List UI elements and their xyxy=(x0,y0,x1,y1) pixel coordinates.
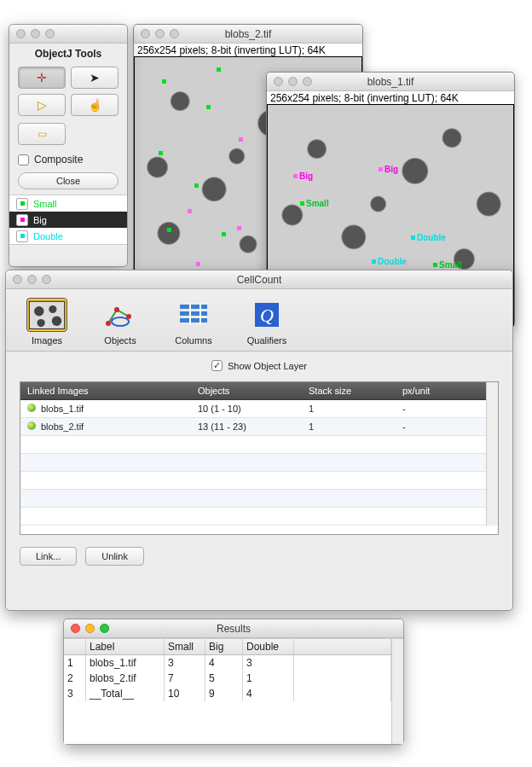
show-object-layer-checkbox[interactable] xyxy=(211,360,223,371)
tab-columns[interactable]: Columns xyxy=(166,298,221,346)
cell-label: blobs_2.tif xyxy=(86,671,165,686)
results-table[interactable]: Label Small Big Double 1blobs_1.tif3432b… xyxy=(64,638,403,744)
object-marker-big[interactable] xyxy=(237,226,241,230)
zoom-icon[interactable] xyxy=(100,624,109,633)
zoom-icon[interactable] xyxy=(170,29,179,38)
tab-images[interactable]: Images xyxy=(20,298,74,346)
marker-dot-icon xyxy=(206,105,211,109)
table-row[interactable]: blobs_2.tif13 (11 - 23)1- xyxy=(20,418,486,436)
svg-rect-11 xyxy=(180,318,207,322)
hand-tool-button[interactable]: ☝ xyxy=(71,94,119,116)
col-double[interactable]: Double xyxy=(243,639,294,654)
link-button[interactable]: Link... xyxy=(20,547,77,566)
table-row[interactable] xyxy=(20,436,486,454)
selection-tool-button[interactable]: ▭ xyxy=(18,123,66,145)
tab-label: Columns xyxy=(175,335,211,346)
category-list[interactable]: SmallBigDouble xyxy=(9,195,127,245)
col-label[interactable]: Label xyxy=(86,639,165,654)
object-marker-double[interactable]: Double xyxy=(411,233,446,242)
table-row[interactable] xyxy=(20,454,486,472)
table-row[interactable] xyxy=(20,508,486,526)
composite-checkbox[interactable] xyxy=(18,154,29,166)
object-marker-small[interactable]: Small xyxy=(433,260,462,270)
cell-px: - xyxy=(396,400,481,417)
object-marker-big[interactable]: Big xyxy=(293,171,313,181)
unlink-button[interactable]: Unlink xyxy=(85,547,144,566)
object-marker-small[interactable] xyxy=(194,183,199,188)
traffic-lights xyxy=(6,275,58,284)
cell-objects: 10 (1 - 10) xyxy=(191,400,302,417)
object-marker-small[interactable] xyxy=(167,228,171,232)
category-swatch-icon xyxy=(16,198,28,210)
object-marker-small[interactable] xyxy=(206,105,211,109)
table-row[interactable] xyxy=(20,490,486,508)
object-marker-big[interactable] xyxy=(239,137,243,142)
table-row[interactable]: 2blobs_2.tif751 xyxy=(64,671,391,686)
col-px-unit[interactable]: px/unit xyxy=(396,382,481,399)
titlebar[interactable]: Results xyxy=(64,619,403,638)
minimize-icon[interactable] xyxy=(155,29,165,38)
minimize-icon[interactable] xyxy=(31,29,40,38)
objects-icon xyxy=(100,298,141,332)
minimize-icon[interactable] xyxy=(27,275,37,284)
object-marker-small[interactable]: Small xyxy=(300,199,329,208)
col-linked-images[interactable]: Linked Images xyxy=(20,382,191,399)
results-window[interactable]: Results Label Small Big Double 1blobs_1.… xyxy=(63,619,404,745)
titlebar[interactable]: CellCount xyxy=(6,270,512,289)
minimize-icon[interactable] xyxy=(85,624,95,633)
close-icon[interactable] xyxy=(71,624,80,633)
minimize-icon[interactable] xyxy=(288,77,298,86)
zoom-icon[interactable] xyxy=(42,275,51,284)
marker-dot-icon xyxy=(188,209,192,213)
selection-icon: ▭ xyxy=(38,128,47,140)
marker-dot-icon xyxy=(293,174,298,178)
table-row[interactable]: 1blobs_1.tif343 xyxy=(64,655,391,671)
show-object-layer-row[interactable]: Show Object Layer xyxy=(6,352,512,376)
close-icon[interactable] xyxy=(141,29,150,38)
close-icon[interactable] xyxy=(274,77,283,86)
zoom-icon[interactable] xyxy=(45,29,55,38)
category-label: Big xyxy=(33,215,47,225)
category-big[interactable]: Big xyxy=(9,212,127,228)
images-icon xyxy=(26,298,67,332)
zoom-icon[interactable] xyxy=(303,77,312,86)
objectj-tools-window[interactable]: ObjectJ Tools ✛ ➤ ▷ ☝ ▭ Composite Close … xyxy=(9,24,128,267)
col-stack-size[interactable]: Stack size xyxy=(302,382,396,399)
col-big[interactable]: Big xyxy=(205,639,243,654)
category-small[interactable]: Small xyxy=(9,195,127,212)
object-marker-big[interactable] xyxy=(196,262,200,266)
scrollbar[interactable] xyxy=(486,382,498,526)
marker-dot-icon xyxy=(433,263,437,267)
titlebar[interactable]: blobs_2.tif xyxy=(134,25,362,44)
tab-objects[interactable]: Objects xyxy=(93,298,147,346)
table-row[interactable]: blobs_1.tif10 (1 - 10)1- xyxy=(20,400,486,418)
object-marker-small[interactable] xyxy=(159,151,163,155)
object-marker-big[interactable]: Big xyxy=(379,165,398,174)
scrollbar[interactable] xyxy=(391,639,403,744)
target-tool-button[interactable]: ✛ xyxy=(18,67,66,89)
qualifiers-icon: Q xyxy=(246,298,287,332)
cellcount-window[interactable]: CellCount Images Objects Columns Q Quali… xyxy=(5,270,513,611)
table-header: Linked Images Objects Stack size px/unit xyxy=(20,382,486,400)
titlebar[interactable]: blobs_1.tif xyxy=(267,73,514,91)
category-double[interactable]: Double xyxy=(9,228,127,244)
col-small[interactable]: Small xyxy=(165,639,205,654)
table-row[interactable]: 3__Total__1094 xyxy=(64,686,391,701)
close-icon[interactable] xyxy=(13,275,22,284)
linked-images-table[interactable]: Linked Images Objects Stack size px/unit… xyxy=(20,381,499,535)
object-marker-big[interactable] xyxy=(188,209,192,213)
composite-checkbox-row[interactable]: Composite xyxy=(9,148,127,169)
object-marker-small[interactable] xyxy=(222,232,226,236)
table-row[interactable] xyxy=(20,472,486,490)
close-icon[interactable] xyxy=(16,29,26,38)
cell-stack: 1 xyxy=(302,418,396,435)
object-marker-small[interactable] xyxy=(162,79,166,84)
tab-qualifiers[interactable]: Q Qualifiers xyxy=(240,298,294,346)
cursor-tool-button[interactable]: ➤ xyxy=(71,67,119,89)
object-marker-double[interactable]: Double xyxy=(372,257,407,266)
object-marker-small[interactable] xyxy=(217,67,221,72)
col-objects[interactable]: Objects xyxy=(191,382,302,399)
close-button[interactable]: Close xyxy=(18,172,119,189)
titlebar[interactable] xyxy=(9,25,127,44)
arrow-tool-button[interactable]: ▷ xyxy=(18,94,66,116)
